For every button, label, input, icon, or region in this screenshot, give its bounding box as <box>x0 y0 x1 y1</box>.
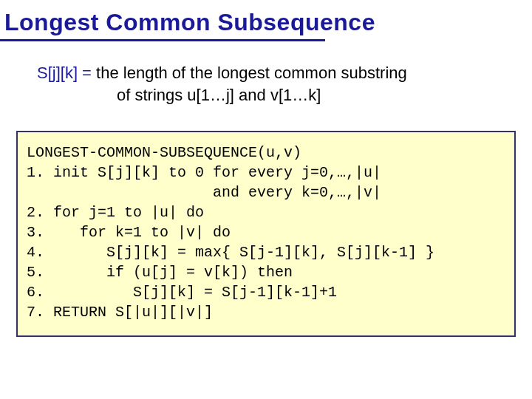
code-line-1: 1. init S[j][k] to 0 for every j=0,…,|u| <box>27 164 381 181</box>
code-line-2: 2. for j=1 to |u| do <box>27 204 204 221</box>
code-line-4: 4. S[j][k] = max{ S[j-1][k], S[j][k-1] } <box>27 244 434 261</box>
code-line-1b: and every k=0,…,|v| <box>27 184 381 201</box>
code-line-3: 3. for k=1 to |v| do <box>27 224 231 241</box>
title-underline <box>0 39 325 41</box>
definition-rhs-line1: the length of the longest common substri… <box>92 64 407 82</box>
code-line-6: 6. S[j][k] = S[j-1][k-1]+1 <box>27 284 337 301</box>
code-header: LONGEST-COMMON-SUBSEQUENCE(u,v) <box>27 144 301 161</box>
code-line-5: 5. if (u[j] = v[k]) then <box>27 264 293 281</box>
slide-title: Longest Common Subsequence <box>0 0 532 39</box>
slide: Longest Common Subsequence S[j][k] = the… <box>0 0 532 399</box>
code-line-7: 7. RETURN S[|u|][|v|] <box>27 304 213 321</box>
definition-lhs: S[j][k] = <box>37 64 92 82</box>
definition-block: S[j][k] = the length of the longest comm… <box>37 62 502 106</box>
definition-rhs-line2: of strings u[1…j] and v[1…k] <box>37 84 502 106</box>
pseudocode-box: LONGEST-COMMON-SUBSEQUENCE(u,v) 1. init … <box>16 131 516 337</box>
